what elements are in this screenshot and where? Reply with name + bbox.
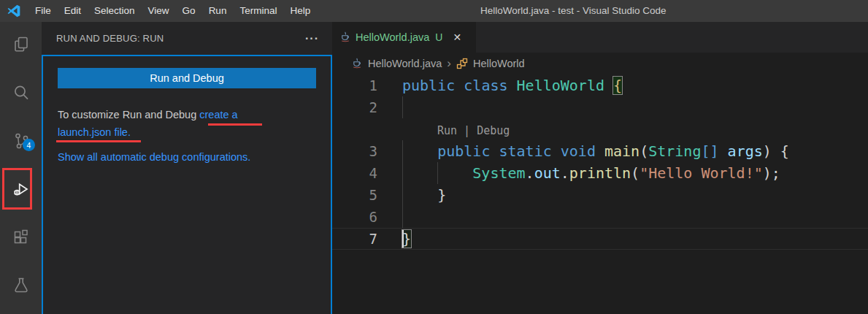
indent-guide <box>402 206 403 228</box>
code-token: . <box>526 164 534 182</box>
code-line-4[interactable]: 4 System.out.println("Hello World!"); <box>332 162 868 184</box>
editor-group: HelloWorld.java U ✕ HelloWorld.java › He… <box>332 22 868 314</box>
activity-item-run-and-debug[interactable] <box>0 168 42 210</box>
activity-bar: 4 <box>0 22 42 314</box>
line-number[interactable]: 6 <box>332 206 377 228</box>
line-content: } <box>402 184 446 206</box>
activity-item-extensions[interactable] <box>0 216 42 259</box>
code-token: ) { <box>763 142 789 160</box>
code-token: println <box>569 164 631 182</box>
line-content: public static void main(String[] args) { <box>402 140 789 162</box>
indent-guide <box>402 184 403 206</box>
java-icon <box>351 58 363 69</box>
codelens: Run | Debug <box>332 118 868 140</box>
line-number[interactable]: 3 <box>332 140 377 162</box>
codelens-separator: | <box>457 124 477 137</box>
menu-terminal[interactable]: Terminal <box>233 0 283 22</box>
menu-help[interactable]: Help <box>283 0 317 22</box>
code-line-6[interactable]: 6 <box>332 206 868 228</box>
show-all-configurations-link[interactable]: Show all automatic debug configurations. <box>58 151 250 163</box>
annotation-underline-launchjson <box>56 140 141 142</box>
indent-guide <box>402 96 403 118</box>
code-area[interactable]: 1public class HelloWorld {2Run | Debug3 … <box>332 74 868 250</box>
ellipsis-icon[interactable]: ··· <box>305 35 319 42</box>
tab-bar: HelloWorld.java U ✕ <box>332 22 868 53</box>
activity-item-testing[interactable] <box>0 264 42 307</box>
code-token: class <box>464 77 516 94</box>
menu-file[interactable]: File <box>28 0 58 22</box>
scm-changes-badge: 4 <box>23 139 35 151</box>
code-token: public <box>402 77 464 94</box>
java-icon <box>339 31 351 43</box>
code-token: out <box>534 164 561 182</box>
line-content: System.out.println("Hello World!"); <box>402 162 780 184</box>
extensions-icon <box>12 228 31 247</box>
line-number[interactable]: 7 <box>332 228 377 250</box>
code-token: . <box>561 164 569 182</box>
chevron-right-icon: › <box>447 58 451 69</box>
beaker-icon <box>12 276 31 295</box>
codelens-debug-link[interactable]: Debug <box>477 124 510 137</box>
vscode-window: FileEditSelectionViewGoRunTerminalHelp H… <box>0 0 868 314</box>
customize-text: To customize Run and Debug create alaunc… <box>58 106 316 141</box>
activity-item-explorer[interactable] <box>0 23 42 66</box>
line-number[interactable]: 1 <box>332 74 377 96</box>
menu-go[interactable]: Go <box>176 0 202 22</box>
line-number[interactable]: 5 <box>332 184 377 206</box>
activity-item-source-control[interactable]: 4 <box>0 120 42 162</box>
class-icon <box>456 58 468 69</box>
code-token: main <box>604 142 640 160</box>
code-token: ); <box>763 164 780 182</box>
code-token: } <box>402 186 446 204</box>
sidebar-welcome-view: Run and Debug To customize Run and Debug… <box>42 55 332 314</box>
close-icon[interactable]: ✕ <box>453 31 461 43</box>
run-and-debug-icon <box>12 180 31 199</box>
code-line-2[interactable]: 2 <box>332 96 868 118</box>
menu-view[interactable]: View <box>142 0 176 22</box>
code-line-5[interactable]: 5 } <box>332 184 868 206</box>
sidebar-header: RUN AND DEBUG: RUN ··· <box>42 22 332 55</box>
line-content: public class HelloWorld { <box>402 74 622 96</box>
menu-selection[interactable]: Selection <box>88 0 142 22</box>
code-token: ( <box>631 164 640 182</box>
code-line-3[interactable]: 3 public static void main(String[] args)… <box>332 140 868 162</box>
code-line-7[interactable]: 7} <box>332 228 868 250</box>
menu-bar: FileEditSelectionViewGoRunTerminalHelp <box>28 0 317 22</box>
code-token: public <box>437 142 499 160</box>
menu-run[interactable]: Run <box>202 0 234 22</box>
code-line-1[interactable]: 1public class HelloWorld { <box>332 74 868 96</box>
vscode-logo-icon <box>7 4 21 18</box>
run-and-debug-button[interactable]: Run and Debug <box>58 68 316 88</box>
indent-guide <box>402 162 403 184</box>
code-token: HelloWorld <box>517 77 613 94</box>
search-icon <box>12 83 31 102</box>
menu-edit[interactable]: Edit <box>58 0 88 22</box>
customize-text-plain: To customize Run and Debug <box>58 109 199 120</box>
code-token: static <box>499 142 560 160</box>
line-number[interactable]: 4 <box>332 162 377 184</box>
code-token <box>402 142 437 160</box>
breadcrumb: HelloWorld.java › HelloWorld <box>332 53 868 74</box>
tab-helloworld-java[interactable]: HelloWorld.java U ✕ <box>332 22 476 53</box>
line-content: } <box>402 228 411 250</box>
code-token: args <box>728 142 763 160</box>
code-token: ( <box>640 142 648 160</box>
code-token: void <box>561 142 604 160</box>
codelens-run-link[interactable]: Run <box>437 124 457 137</box>
bracket-match: { <box>613 77 622 94</box>
activity-item-search[interactable] <box>0 72 42 114</box>
breadcrumb-symbol[interactable]: HelloWorld <box>473 58 525 69</box>
git-status-badge: U <box>435 31 442 43</box>
text-cursor <box>402 230 404 248</box>
code-token: [] <box>701 142 718 160</box>
code-token: "Hello World!" <box>640 164 763 182</box>
files-icon <box>12 35 31 54</box>
title-bar: FileEditSelectionViewGoRunTerminalHelp H… <box>0 0 868 22</box>
run-and-debug-sidebar: RUN AND DEBUG: RUN ··· Run and Debug To … <box>42 22 332 314</box>
code-token <box>719 142 728 160</box>
breadcrumb-file[interactable]: HelloWorld.java <box>368 58 442 69</box>
code-token: System <box>472 164 525 182</box>
sidebar-title: RUN AND DEBUG: RUN <box>56 33 164 44</box>
indent-guide <box>402 140 403 162</box>
line-number[interactable]: 2 <box>332 96 377 118</box>
